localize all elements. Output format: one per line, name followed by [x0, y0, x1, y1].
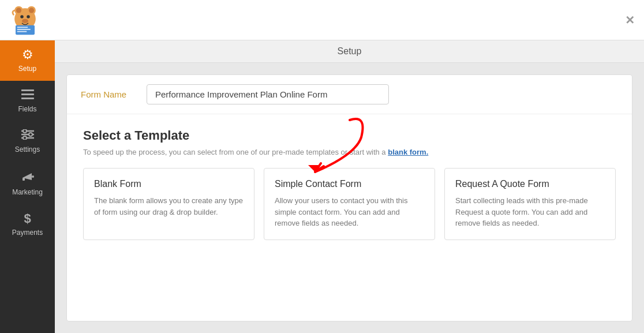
- blank-form-link[interactable]: blank form.: [388, 148, 428, 156]
- card-contact-desc: Allow your users to contact you with thi…: [275, 195, 424, 229]
- setup-header: Setup: [55, 40, 644, 63]
- setup-icon: ⚙: [22, 48, 33, 61]
- sidebar-item-setup[interactable]: ⚙ Setup: [0, 40, 55, 81]
- template-section-desc: To speed up the process, you can select …: [83, 148, 616, 156]
- form-name-label: Form Name: [81, 89, 133, 99]
- card-blank-title: Blank Form: [94, 179, 244, 189]
- sidebar-label-setup: Setup: [18, 65, 36, 73]
- card-quote-title: Request A Quote Form: [455, 179, 605, 189]
- svg-rect-9: [17, 27, 28, 28]
- payments-icon: $: [24, 212, 31, 225]
- sidebar-label-settings: Settings: [15, 145, 40, 154]
- template-card-quote[interactable]: Request A Quote Form Start collecting le…: [444, 168, 616, 240]
- svg-point-4: [29, 8, 34, 13]
- settings-icon: [21, 129, 34, 142]
- logo: [9, 4, 41, 36]
- sidebar: ⚙ Setup Fields: [0, 40, 55, 333]
- form-panel: Form Name Select a Template To speed up …: [66, 74, 632, 321]
- sidebar-item-fields[interactable]: Fields: [0, 81, 55, 121]
- sidebar-label-fields: Fields: [18, 105, 36, 113]
- svg-point-22: [29, 133, 32, 136]
- form-name-input[interactable]: [147, 84, 389, 104]
- main-layout: ⚙ Setup Fields: [0, 40, 644, 333]
- template-section: Select a Template To speed up the proces…: [67, 114, 632, 254]
- template-cards: Blank Form The blank form allows you to …: [83, 168, 616, 240]
- template-card-blank[interactable]: Blank Form The blank form allows you to …: [83, 168, 254, 240]
- fields-icon: [21, 89, 34, 102]
- form-name-row: Form Name: [67, 75, 632, 114]
- sidebar-item-payments[interactable]: $ Payments: [0, 204, 55, 245]
- card-quote-desc: Start collecting leads with this pre-mad…: [455, 195, 605, 229]
- svg-rect-11: [17, 31, 27, 32]
- template-desc-text: To speed up the process, you can select …: [83, 148, 388, 156]
- svg-point-7: [22, 19, 28, 23]
- sidebar-item-settings[interactable]: Settings: [0, 121, 55, 162]
- sidebar-item-marketing[interactable]: Marketing: [0, 162, 55, 204]
- setup-header-title: Setup: [338, 46, 362, 56]
- card-contact-title: Simple Contact Form: [275, 179, 424, 189]
- svg-point-25: [32, 175, 34, 178]
- close-button[interactable]: ✕: [625, 13, 635, 27]
- svg-rect-15: [21, 89, 24, 91]
- svg-point-6: [27, 15, 30, 18]
- svg-rect-10: [17, 29, 31, 30]
- template-section-title: Select a Template: [83, 128, 616, 143]
- template-card-contact[interactable]: Simple Contact Form Allow your users to …: [264, 168, 435, 240]
- marketing-icon: [21, 170, 34, 185]
- svg-point-3: [16, 8, 21, 13]
- top-bar: ✕: [0, 0, 644, 40]
- svg-point-21: [23, 129, 27, 133]
- sidebar-label-payments: Payments: [12, 229, 43, 237]
- svg-point-23: [23, 136, 27, 140]
- svg-point-5: [20, 15, 24, 18]
- svg-rect-16: [21, 93, 24, 95]
- svg-rect-24: [23, 178, 25, 181]
- card-blank-desc: The blank form allows you to create any …: [94, 195, 244, 218]
- content-area: Setup Form Name Select a Template To spe…: [55, 40, 644, 333]
- svg-rect-17: [21, 98, 24, 99]
- sidebar-label-marketing: Marketing: [12, 188, 43, 196]
